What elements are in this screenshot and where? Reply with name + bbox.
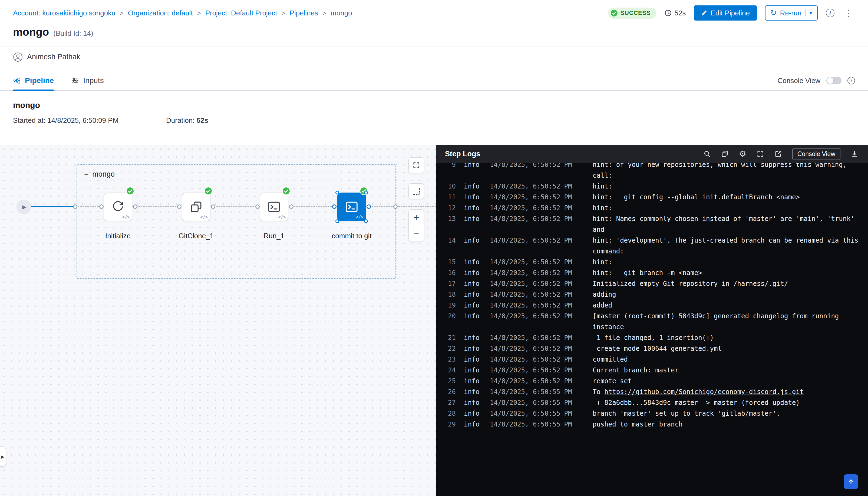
log-line-number: 20	[444, 311, 456, 332]
log-timestamp: 14/8/2025, 6:50:52 PM	[490, 278, 574, 289]
top-header: Account: kurosakiichigo.songokuOrganizat…	[0, 0, 868, 91]
log-link[interactable]: https://github.com/Sonichigo/economy-dis…	[604, 388, 804, 396]
pipeline-canvas[interactable]: − mongo ▶ </> </> </> </> Initialize Git…	[0, 145, 436, 496]
code-badge: </>	[278, 215, 286, 220]
tab-bar: Pipeline Inputs Console View i	[0, 71, 868, 91]
search-icon[interactable]	[703, 150, 711, 158]
marquee-select-button[interactable]	[408, 183, 424, 199]
tab-pipeline[interactable]: Pipeline	[13, 71, 54, 90]
step-node-commit-to-git[interactable]: </>	[337, 192, 366, 221]
toggle-knob	[827, 77, 833, 84]
log-message: added	[593, 300, 861, 311]
step-node-run[interactable]: </>	[260, 192, 288, 221]
connector-dot	[73, 204, 77, 209]
log-row: 23 info 14/8/2025, 6:50:52 PM committed	[444, 354, 861, 365]
log-row: 10 info 14/8/2025, 6:50:52 PM hint:	[444, 181, 861, 192]
log-timestamp: 14/8/2025, 6:50:52 PM	[490, 181, 574, 192]
log-level: info	[464, 278, 483, 289]
kebab-menu-icon[interactable]: ⋮	[842, 7, 855, 18]
log-level: info	[464, 203, 483, 213]
log-level: info	[464, 267, 483, 278]
log-row: 25 info 14/8/2025, 6:50:52 PM remote set	[444, 376, 861, 386]
connector-dot	[332, 204, 337, 209]
step-node-initialize[interactable]: </>	[104, 192, 132, 221]
log-level: info	[464, 257, 483, 267]
log-level: info	[464, 386, 483, 397]
log-message: hint:	[593, 257, 861, 267]
log-body[interactable]: 9 info 14/8/2025, 6:50:52 PM hint: of yo…	[436, 163, 868, 496]
tab-inputs[interactable]: Inputs	[71, 71, 104, 90]
success-check-icon	[610, 10, 618, 17]
log-row: 27 info 14/8/2025, 6:50:55 PM + 82a6dbb.…	[444, 397, 861, 408]
sync-icon	[111, 200, 125, 214]
edit-pipeline-button[interactable]: Edit Pipeline	[694, 5, 757, 20]
step-label: commit to git	[322, 232, 382, 240]
terminal-icon	[345, 200, 359, 214]
download-icon[interactable]	[851, 150, 858, 158]
status-text: SUCCESS	[620, 10, 651, 16]
log-row: 22 info 14/8/2025, 6:50:52 PM create mod…	[444, 343, 861, 354]
log-level: info	[464, 332, 483, 343]
terminal-icon	[267, 200, 281, 214]
rerun-icon: ↻	[770, 9, 777, 17]
stage-boundary	[77, 164, 396, 279]
caret-down-icon[interactable]: ▾	[805, 10, 812, 16]
fullscreen-button[interactable]	[408, 157, 424, 173]
tab-pipeline-label: Pipeline	[25, 76, 54, 85]
connector-dot	[177, 204, 182, 209]
log-timestamp: 14/8/2025, 6:50:52 PM	[490, 267, 574, 278]
expand-logs-icon[interactable]	[757, 150, 764, 158]
settings-gear-icon[interactable]: ⚙	[739, 150, 746, 158]
breadcrumb-link[interactable]: Project: Default Project	[205, 9, 290, 17]
stage-label: − mongo	[84, 170, 115, 179]
scroll-to-top-button[interactable]	[844, 474, 858, 489]
zoom-in-button[interactable]: +	[409, 210, 424, 225]
log-line-number: 17	[444, 278, 456, 289]
log-message: [master (root-commit) 5843d9c] generated…	[593, 311, 861, 332]
breadcrumb-link[interactable]: mongo	[330, 9, 352, 17]
info-icon[interactable]: i	[826, 9, 835, 17]
chevron-right-icon: ▸	[1, 452, 4, 461]
tab-inputs-label: Inputs	[83, 76, 104, 85]
log-timestamp: 14/8/2025, 6:50:55 PM	[490, 397, 574, 408]
log-level: info	[464, 397, 483, 408]
open-in-new-icon[interactable]	[774, 150, 782, 158]
breadcrumb-link[interactable]: Account: kurosakiichigo.songoku	[13, 9, 128, 17]
selection-handle	[364, 191, 368, 195]
log-line-number: 21	[444, 332, 456, 343]
marquee-icon	[413, 188, 420, 195]
log-line-number: 23	[444, 354, 456, 365]
log-level: info	[464, 300, 483, 311]
console-view-control: Console View i	[777, 77, 855, 85]
collapse-stage-icon[interactable]: −	[84, 171, 89, 178]
log-message: hint: Names commonly chosen instead of '…	[593, 213, 861, 235]
breadcrumb-link[interactable]: Organization: default	[128, 9, 205, 17]
log-line-number: 22	[444, 343, 456, 354]
log-message: To https://github.com/Sonichigo/economy-…	[593, 386, 861, 397]
log-message: pushed to master branch	[593, 419, 861, 430]
log-timestamp: 14/8/2025, 6:50:52 PM	[490, 332, 574, 343]
log-level: info	[464, 376, 483, 386]
arrow-up-icon	[847, 478, 855, 485]
plus-icon: +	[413, 212, 419, 223]
pipeline-start-node[interactable]: ▶	[16, 200, 31, 214]
console-view-toggle[interactable]	[826, 77, 841, 84]
step-node-gitclone[interactable]: </>	[182, 192, 211, 221]
rerun-button[interactable]: ↻ Re-run ▾	[765, 5, 818, 20]
console-view-button[interactable]: Console View	[792, 148, 840, 160]
summary-pipeline-name: mongo	[13, 100, 855, 110]
connector-dot	[211, 204, 215, 209]
breadcrumb-row: Account: kurosakiichigo.songokuOrganizat…	[0, 0, 868, 26]
header-actions: SUCCESS 52s Edit Pipeline ↻ Re-run ▾ i ⋮	[608, 5, 855, 20]
code-badge: </>	[200, 215, 208, 220]
log-timestamp: 14/8/2025, 6:50:52 PM	[490, 354, 574, 365]
avatar	[13, 52, 23, 62]
zoom-out-button[interactable]: −	[409, 225, 424, 241]
elapsed-time: 52s	[664, 9, 686, 17]
breadcrumb-link[interactable]: Pipelines	[290, 9, 331, 17]
log-level: info	[464, 235, 483, 257]
expand-left-panel-handle[interactable]: ▸	[0, 447, 6, 466]
status-badge: SUCCESS	[608, 7, 656, 19]
copy-icon[interactable]	[721, 150, 729, 158]
info-icon[interactable]: i	[848, 77, 855, 84]
